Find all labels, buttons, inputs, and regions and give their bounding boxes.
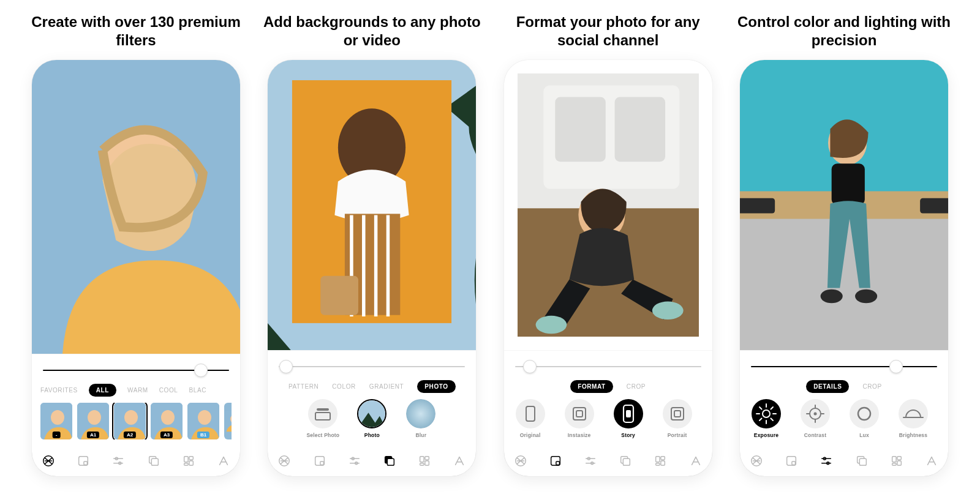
nav-text-icon[interactable] bbox=[689, 454, 703, 468]
photo-canvas[interactable] bbox=[32, 60, 240, 354]
tab-gradient[interactable]: GRADIENT bbox=[369, 380, 404, 393]
photo-frame bbox=[504, 60, 712, 350]
option-contrast[interactable]: Contrast bbox=[797, 399, 833, 438]
nav-filters-icon[interactable] bbox=[277, 454, 291, 468]
thumb-label: A3 bbox=[160, 432, 173, 438]
nav-layers-icon[interactable] bbox=[855, 454, 869, 468]
svg-rect-74 bbox=[674, 411, 680, 417]
nav-grid-icon[interactable] bbox=[890, 454, 903, 468]
filter-thumb[interactable]: A2 bbox=[114, 403, 146, 439]
intensity-slider[interactable] bbox=[751, 359, 937, 374]
tab-favorites[interactable]: FAVORITES bbox=[40, 384, 78, 397]
nav-grid-icon[interactable] bbox=[418, 454, 431, 468]
svg-rect-56 bbox=[420, 457, 424, 462]
option-exposure[interactable]: Exposure bbox=[748, 399, 784, 438]
option-circles: OriginalInstasizeStoryPortraitLandsc bbox=[513, 399, 704, 438]
option-story[interactable]: Story bbox=[611, 399, 646, 438]
option-select-photo[interactable]: Select Photo bbox=[305, 399, 341, 438]
option-label: Select Photo bbox=[306, 432, 339, 438]
tab-all[interactable]: ALL bbox=[89, 384, 116, 397]
nav-sliders-icon[interactable] bbox=[584, 454, 597, 468]
svg-rect-87 bbox=[624, 458, 630, 465]
nav-crop-icon[interactable] bbox=[77, 454, 90, 468]
nav-filters-icon[interactable] bbox=[42, 454, 55, 468]
filter-thumb[interactable]: - bbox=[40, 403, 72, 439]
photo-canvas[interactable] bbox=[504, 60, 712, 350]
slider-thumb[interactable] bbox=[523, 360, 537, 373]
filter-thumb[interactable]: B1 bbox=[187, 403, 219, 439]
tab-color[interactable]: COLOR bbox=[332, 380, 356, 393]
svg-point-11 bbox=[198, 410, 211, 425]
editor-panel: DETAILSCROPExposureContrastLuxBrightness… bbox=[740, 350, 948, 448]
option-photo[interactable]: Photo bbox=[354, 399, 390, 438]
option-portrait[interactable]: Portrait bbox=[660, 399, 695, 438]
screenshot-headline: Format your photo for any social channel bbox=[498, 12, 718, 50]
tab-crop[interactable]: CROP bbox=[862, 380, 881, 393]
nav-layers-icon[interactable] bbox=[147, 454, 160, 468]
intensity-slider[interactable] bbox=[43, 363, 229, 378]
option-circles: ExposureContrastLuxBrightnessSharpn bbox=[748, 399, 940, 438]
option-lux[interactable]: Lux bbox=[846, 399, 882, 438]
svg-rect-58 bbox=[425, 461, 429, 465]
filter-thumb[interactable] bbox=[224, 403, 232, 439]
nav-text-icon[interactable] bbox=[453, 454, 466, 468]
slider-thumb[interactable] bbox=[194, 364, 208, 377]
nav-text-icon[interactable] bbox=[925, 454, 938, 468]
nav-grid-icon[interactable] bbox=[182, 454, 195, 468]
nav-filters-icon[interactable] bbox=[514, 454, 527, 468]
nav-layers-icon[interactable] bbox=[383, 454, 396, 468]
tab-blac[interactable]: BLAC bbox=[189, 384, 206, 397]
nav-text-icon[interactable] bbox=[217, 454, 230, 468]
option-instasize[interactable]: Instasize bbox=[562, 399, 597, 438]
option-label: Blur bbox=[415, 432, 426, 438]
option-brightness[interactable]: Brightness bbox=[895, 399, 931, 438]
option-blur[interactable]: Blur bbox=[403, 399, 439, 438]
nav-crop-icon[interactable] bbox=[313, 454, 326, 468]
intensity-slider[interactable] bbox=[279, 359, 465, 374]
tab-crop[interactable]: CROP bbox=[627, 380, 646, 393]
rect-inset-icon bbox=[663, 399, 692, 428]
intensity-slider[interactable] bbox=[515, 359, 701, 374]
nav-filters-icon[interactable] bbox=[750, 454, 763, 468]
slider-thumb[interactable] bbox=[889, 360, 903, 373]
nav-sliders-icon[interactable] bbox=[820, 454, 833, 468]
slider-thumb[interactable] bbox=[279, 360, 293, 373]
filter-thumb[interactable]: A1 bbox=[77, 403, 109, 439]
svg-line-109 bbox=[760, 419, 762, 421]
option-label: Contrast bbox=[804, 432, 827, 438]
svg-rect-89 bbox=[661, 457, 665, 460]
svg-line-107 bbox=[771, 419, 773, 421]
nav-crop-icon[interactable] bbox=[785, 454, 798, 468]
nav-grid-icon[interactable] bbox=[654, 454, 667, 468]
app-screenshot-card: Format your photo for any social channel… bbox=[498, 12, 718, 476]
svg-rect-39 bbox=[317, 408, 329, 411]
tab-details[interactable]: DETAILS bbox=[806, 380, 849, 393]
svg-rect-28 bbox=[189, 461, 193, 465]
svg-point-111 bbox=[813, 413, 816, 416]
phone-frame: DETAILSCROPExposureContrastLuxBrightness… bbox=[740, 60, 948, 476]
screenshot-headline: Create with over 130 premium filters bbox=[26, 12, 246, 50]
svg-point-67 bbox=[652, 302, 684, 320]
svg-rect-57 bbox=[425, 457, 429, 460]
tab-warm[interactable]: WARM bbox=[127, 384, 148, 397]
svg-rect-18 bbox=[79, 457, 88, 466]
tab-photo[interactable]: PHOTO bbox=[417, 380, 455, 393]
nav-sliders-icon[interactable] bbox=[348, 454, 361, 468]
svg-line-108 bbox=[771, 407, 773, 409]
nav-layers-icon[interactable] bbox=[619, 454, 632, 468]
photo-canvas[interactable] bbox=[268, 60, 476, 350]
svg-rect-70 bbox=[576, 411, 582, 417]
nav-sliders-icon[interactable] bbox=[111, 454, 125, 468]
option-original[interactable]: Original bbox=[513, 399, 548, 438]
tab-pattern[interactable]: PATTERN bbox=[288, 380, 318, 393]
filter-thumb[interactable]: A3 bbox=[151, 403, 183, 439]
svg-point-66 bbox=[535, 316, 567, 334]
option-label: Exposure bbox=[754, 432, 778, 438]
photo-canvas[interactable] bbox=[740, 60, 948, 350]
svg-rect-130 bbox=[892, 457, 895, 462]
nav-crop-icon[interactable] bbox=[549, 454, 562, 468]
svg-rect-68 bbox=[526, 406, 535, 421]
rect-inset-icon bbox=[565, 399, 594, 428]
tab-cool[interactable]: COOL bbox=[159, 384, 178, 397]
tab-format[interactable]: FORMAT bbox=[570, 380, 613, 393]
